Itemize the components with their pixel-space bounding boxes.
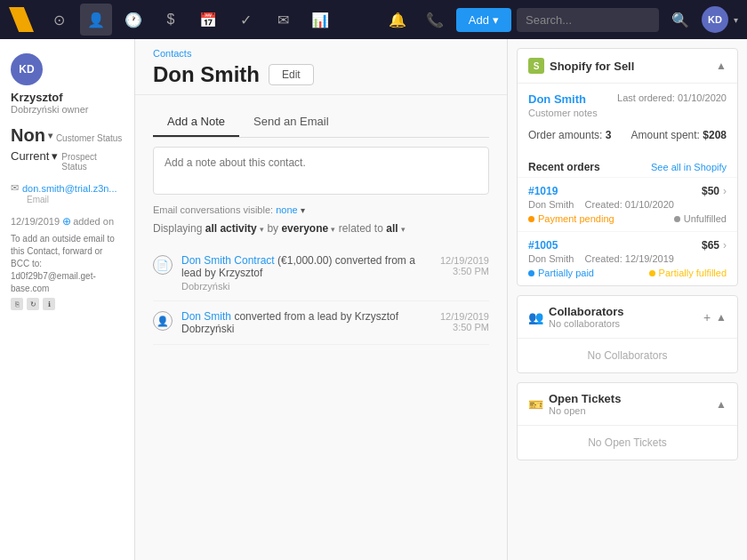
order-item[interactable]: #1019 $50 › Don Smith Created: 01/10/202… xyxy=(518,177,737,231)
filter-who-chevron-icon[interactable]: ▾ xyxy=(331,225,335,234)
tasks-icon[interactable]: ✓ xyxy=(229,4,261,36)
activity-item: 📄 Don Smith Contract (€1,000.00) convert… xyxy=(153,245,489,301)
payment-status-label: Partially paid xyxy=(538,268,594,278)
shopify-last-ordered: Last ordered: 01/10/2020 xyxy=(617,92,727,103)
recent-orders-title: Recent orders xyxy=(528,161,600,173)
ticket-icon: 🎫 xyxy=(528,397,543,412)
filter-activity[interactable]: all activity xyxy=(205,222,257,235)
email-row: ✉ don.smith@trial.z3n... xyxy=(11,182,124,194)
order-item[interactable]: #1005 $65 › Don Smith Created: 12/19/201… xyxy=(518,231,737,285)
owner-role: Dobrzyński owner xyxy=(11,104,124,115)
collaborators-title: Collaborators xyxy=(549,305,624,318)
prospect-status-value[interactable]: Current ▾ xyxy=(11,149,58,163)
order-id[interactable]: #1005 xyxy=(528,239,558,252)
shopify-contact-name[interactable]: Don Smith xyxy=(528,92,598,106)
tab-send-email[interactable]: Send an Email xyxy=(239,108,343,137)
see-all-link[interactable]: See all in Shopify xyxy=(651,162,727,172)
add-collaborator-icon[interactable]: + xyxy=(703,310,711,324)
open-tickets-title: Open Tickets xyxy=(549,392,621,405)
filter-what[interactable]: all xyxy=(386,222,398,235)
shopify-customer-notes: Customer notes xyxy=(528,108,598,118)
date-added: 12/19/2019 ⊕ added on xyxy=(11,215,124,228)
filter-what-chevron-icon[interactable]: ▾ xyxy=(401,225,406,234)
order-row-top: #1019 $50 › xyxy=(528,185,727,197)
open-tickets-card: 🎫 Open Tickets No open ▲ No Open Tickets xyxy=(517,382,738,460)
activity-body: Don Smith Contract (€1,000.00) converted… xyxy=(181,254,431,292)
collab-title-group: Collaborators No collaborators xyxy=(549,305,624,329)
email-value: don.smith@trial.z3n... xyxy=(22,183,117,194)
collaborators-collapse-icon[interactable]: ▲ xyxy=(716,311,727,324)
calendar-icon[interactable]: 📅 xyxy=(192,4,224,36)
note-tabs: Add a Note Send an Email xyxy=(153,108,489,138)
prospect-label: Prospect Status xyxy=(61,152,124,172)
collab-actions: + ▲ xyxy=(703,310,727,324)
customer-status-value[interactable]: Non ▾ xyxy=(11,125,52,146)
open-tickets-subtitle: No open xyxy=(549,405,621,416)
add-button[interactable]: Add ▾ xyxy=(456,8,511,32)
filter-chevron-icon[interactable]: ▾ xyxy=(260,225,264,234)
phone-icon[interactable]: 📞 xyxy=(419,4,451,36)
breadcrumb[interactable]: Contacts xyxy=(153,48,489,59)
owner-name: Krzysztof xyxy=(11,91,124,104)
activity-time: 12/19/2019 3:50 PM xyxy=(440,311,489,335)
collaborators-icon: 👥 xyxy=(528,310,543,324)
right-panel: S Shopify for Sell ▲ Don Smith Customer … xyxy=(507,39,747,560)
account-chevron-icon[interactable]: ▾ xyxy=(734,15,738,25)
bell-icon[interactable]: 🔔 xyxy=(382,4,414,36)
email-visible-dropdown[interactable]: none xyxy=(276,204,297,215)
order-statuses: Partially paid Partially fulfilled xyxy=(528,268,727,278)
collaborators-subtitle: No collaborators xyxy=(549,318,624,329)
refresh-icon[interactable]: ↻ xyxy=(27,298,39,310)
payment-status-label: Payment pending xyxy=(538,213,614,224)
main-content: Contacts Don Smith Edit Add a Note Send … xyxy=(135,39,507,560)
email-icon[interactable]: ✉ xyxy=(267,4,299,36)
tab-add-note[interactable]: Add a Note xyxy=(153,108,239,137)
shopify-card-header: S Shopify for Sell ▲ xyxy=(518,49,737,84)
fulfillment-status: Partially fulfilled xyxy=(649,268,727,278)
search-icon[interactable]: 🔍 xyxy=(664,4,696,36)
activity-meta: Dobrzyński xyxy=(181,281,431,292)
collaborators-card: 👥 Collaborators No collaborators + ▲ No … xyxy=(517,295,738,373)
activity-item: 👤 Don Smith converted from a lead by Krz… xyxy=(153,301,489,345)
page-title: Don Smith Edit xyxy=(153,62,489,87)
bcc-icons-row: ⎘ ↻ ℹ xyxy=(11,298,124,310)
info-icon[interactable]: ℹ xyxy=(43,298,55,310)
prospect-chevron-icon[interactable]: ▾ xyxy=(52,149,58,163)
activity-link[interactable]: Don Smith Contract xyxy=(181,254,275,267)
order-chevron-icon[interactable]: › xyxy=(723,239,727,252)
edit-button[interactable]: Edit xyxy=(269,64,314,85)
reports-icon[interactable]: 📊 xyxy=(304,4,336,36)
open-tickets-collapse-icon[interactable]: ▲ xyxy=(716,398,727,411)
contacts-icon[interactable]: 👤 xyxy=(80,4,112,36)
note-input[interactable] xyxy=(153,147,489,195)
customer-status-label: Customer Status xyxy=(56,133,122,143)
open-tickets-card-header: 🎫 Open Tickets No open ▲ xyxy=(518,383,737,426)
payment-status: Partially paid xyxy=(528,268,594,278)
email-visible-chevron-icon[interactable]: ▾ xyxy=(301,205,305,215)
order-chevron-icon[interactable]: › xyxy=(723,185,727,197)
customer-status-chevron-icon[interactable]: ▾ xyxy=(48,131,52,140)
avatar[interactable]: KD xyxy=(702,6,728,33)
activity-time: 12/19/2019 3:50 PM xyxy=(440,255,489,292)
open-tickets-header: 🎫 Open Tickets No open xyxy=(528,392,621,416)
shopify-icon: S xyxy=(528,58,544,74)
amount-spent: Amount spent: $208 xyxy=(631,129,727,141)
activity-link[interactable]: Don Smith xyxy=(181,310,231,323)
order-id[interactable]: #1019 xyxy=(528,185,558,197)
shopify-order-amounts-row: Order amounts: 3 Amount spent: $208 xyxy=(528,125,727,145)
page-header: Contacts Don Smith Edit xyxy=(135,39,507,95)
billing-icon[interactable]: $ xyxy=(155,4,187,36)
copy-icon[interactable]: ⎘ xyxy=(11,298,23,310)
chevron-down-icon: ▾ xyxy=(493,13,499,27)
history-icon[interactable]: 🕐 xyxy=(117,4,149,36)
app-logo-icon[interactable] xyxy=(9,7,34,32)
order-customer: Don Smith Created: 01/10/2020 xyxy=(528,199,727,210)
search-input[interactable] xyxy=(517,8,659,32)
order-amount: $50 xyxy=(702,185,719,197)
shopify-collapse-icon[interactable]: ▲ xyxy=(716,60,727,72)
filter-who[interactable]: everyone xyxy=(281,222,328,235)
activity-area: Add a Note Send an Email Email conversat… xyxy=(135,95,507,357)
email-visible-row: Email conversations visible: none ▾ xyxy=(153,204,489,215)
dashboard-icon[interactable]: ⊙ xyxy=(43,4,75,36)
order-customer: Don Smith Created: 12/19/2019 xyxy=(528,253,727,264)
